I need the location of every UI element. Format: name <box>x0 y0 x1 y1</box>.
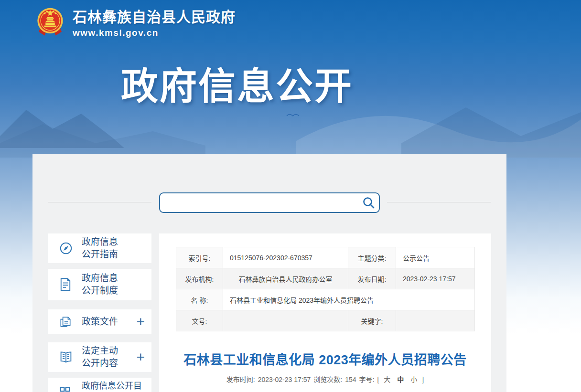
document-icon <box>59 276 75 293</box>
table-row: 索引号: 015125076-202302-670357 主题分类: 公示公告 <box>176 247 475 268</box>
fontsize-label: 字号: <box>359 376 375 383</box>
meta-value <box>396 310 475 331</box>
national-emblem-icon <box>35 6 65 38</box>
meta-value <box>223 310 348 331</box>
sidebar-item-catalog[interactable]: 政府信息公开目录 <box>48 378 151 392</box>
table-row: 文号: 关键字: <box>176 310 475 331</box>
grid-icon <box>59 384 75 392</box>
views-value: 154 <box>345 376 356 383</box>
fontsize-large-button[interactable]: 大 <box>384 376 390 383</box>
sidebar-item-label: 政策文件 <box>82 316 134 328</box>
bracket-open: [ <box>377 376 379 383</box>
bracket-close: ] <box>422 376 424 383</box>
article-title: 石林县工业和信息化局 2023年编外人员招聘公告 <box>159 350 491 368</box>
compass-icon <box>59 240 75 256</box>
sidebar-item-statutory[interactable]: 法定主动 公开内容 + <box>48 342 151 372</box>
banner-title: 政府信息公开 <box>121 56 353 110</box>
site-url: www.kmsl.gov.cn <box>73 28 236 38</box>
meta-value: 015125076-202302-670357 <box>223 247 348 268</box>
views-label: 浏览次数: <box>313 376 342 383</box>
meta-value: 石林县工业和信息化局 2023年编外人员招聘公告 <box>223 289 475 310</box>
search-icon <box>362 196 375 209</box>
expand-plus-icon[interactable]: + <box>136 350 145 364</box>
search-box <box>159 192 380 213</box>
page: 石林彝族自治县人民政府 www.kmsl.gov.cn 政府信息公开 <box>0 0 581 392</box>
meta-value: 石林彝族自治县人民政府办公室 <box>223 268 348 289</box>
meta-label: 名 称: <box>176 289 223 310</box>
sidebar-item-policy[interactable]: 政策文件 + <box>48 309 151 334</box>
search-input[interactable] <box>160 193 358 212</box>
sidebar-item-label: 法定主动 公开内容 <box>82 345 134 370</box>
meta-label: 发布机构: <box>176 268 223 289</box>
sidebar-item-label: 政府信息 公开指南 <box>82 236 145 261</box>
publish-time-value: 2023-02-23 17:57 <box>258 376 311 383</box>
open-book-icon <box>59 349 75 365</box>
article-panel: 索引号: 015125076-202302-670357 主题分类: 公示公告 … <box>159 233 491 392</box>
content-card: 政府信息 公开指南 政府信息 公开制度 <box>32 154 506 392</box>
expand-plus-icon[interactable]: + <box>136 315 145 329</box>
sidebar-item-system[interactable]: 政府信息 公开制度 <box>48 269 151 300</box>
meta-value: 公示公告 <box>396 247 475 268</box>
publish-time-label: 发布时间: <box>226 376 255 383</box>
search-button[interactable] <box>358 193 379 212</box>
policy-files-icon <box>59 314 75 330</box>
site-logo[interactable]: 石林彝族自治县人民政府 www.kmsl.gov.cn <box>35 5 236 38</box>
meta-label: 文号: <box>176 310 223 331</box>
meta-label: 关键字: <box>348 310 396 331</box>
divider-left <box>48 202 151 202</box>
document-meta-table: 索引号: 015125076-202302-670357 主题分类: 公示公告 … <box>176 247 475 331</box>
article-meta: 发布时间:2023-02-23 17:57浏览次数:154字号:[大中小] <box>159 374 491 384</box>
meta-label: 主题分类: <box>348 247 396 268</box>
site-name: 石林彝族自治县人民政府 <box>73 5 236 26</box>
fontsize-medium-button[interactable]: 中 <box>397 376 404 383</box>
meta-label: 索引号: <box>176 247 223 268</box>
fontsize-small-button[interactable]: 小 <box>410 376 417 383</box>
table-row: 名 称: 石林县工业和信息化局 2023年编外人员招聘公告 <box>176 289 475 310</box>
sidebar-item-label: 政府信息公开目录 <box>82 380 145 392</box>
site-brand-text: 石林彝族自治县人民政府 www.kmsl.gov.cn <box>73 5 236 38</box>
sidebar-item-guide[interactable]: 政府信息 公开指南 <box>48 233 151 263</box>
divider-right <box>387 202 491 202</box>
meta-label: 发布日期: <box>348 268 396 289</box>
meta-value: 2023-02-23 17:57 <box>396 268 475 289</box>
table-row: 发布机构: 石林彝族自治县人民政府办公室 发布日期: 2023-02-23 17… <box>176 268 475 289</box>
sidebar-item-label: 政府信息 公开制度 <box>82 272 145 297</box>
